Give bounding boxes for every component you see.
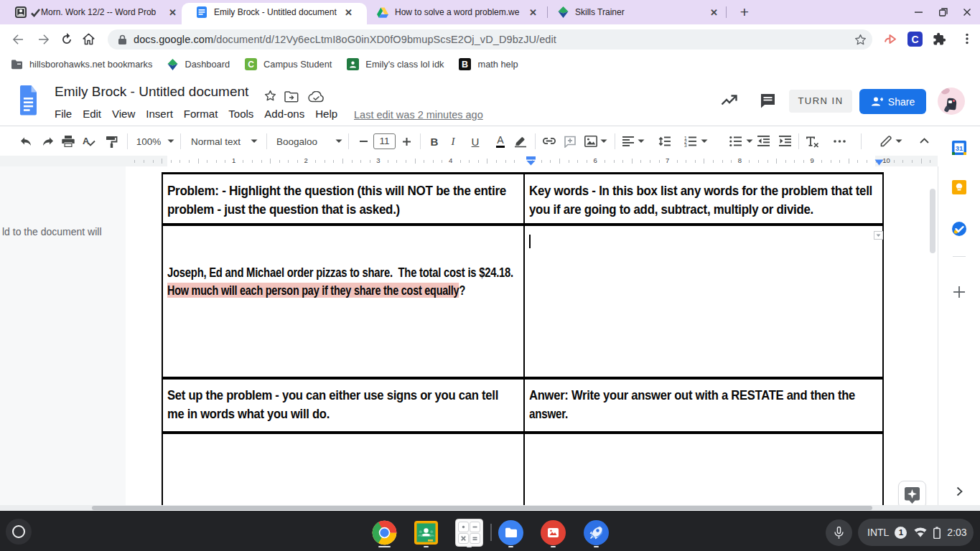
- svg-text:C: C: [248, 60, 254, 70]
- svg-text:A: A: [83, 136, 90, 146]
- svg-text:31: 31: [956, 144, 963, 152]
- svg-text:B: B: [462, 60, 468, 70]
- svg-text:C: C: [911, 34, 918, 45]
- svg-text:3: 3: [684, 143, 687, 147]
